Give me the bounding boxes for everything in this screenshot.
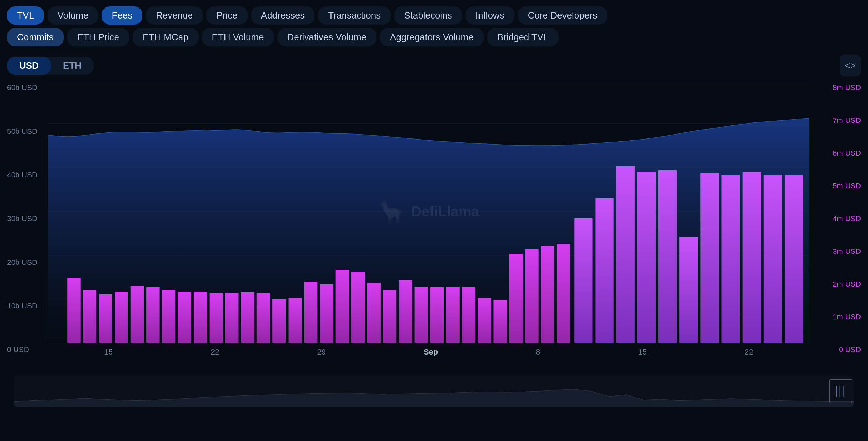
nav-eth-mcap[interactable]: ETH MCap — [133, 28, 199, 46]
nav-fees[interactable]: Fees — [102, 6, 142, 25]
svg-rect-7 — [67, 278, 80, 343]
x-label-15: 15 — [104, 347, 112, 357]
y-left-50: 50b USD — [7, 127, 46, 136]
svg-rect-13 — [162, 290, 175, 343]
svg-rect-39 — [574, 218, 592, 343]
svg-rect-32 — [462, 287, 475, 343]
x-label-29: 29 — [317, 347, 326, 357]
nav-price[interactable]: Price — [206, 6, 247, 25]
y-axis-right: 0 USD 1m USD 2m USD 3m USD 4m USD 5m USD… — [815, 80, 861, 357]
svg-rect-17 — [225, 293, 238, 343]
nav-bridged-tvl[interactable]: Bridged TVL — [487, 28, 559, 46]
y-left-30: 30b USD — [7, 214, 46, 223]
svg-rect-25 — [351, 272, 365, 343]
svg-rect-29 — [415, 287, 428, 343]
svg-rect-9 — [99, 294, 112, 343]
svg-rect-24 — [336, 270, 349, 343]
minimap-svg — [14, 375, 854, 407]
y-right-6m: 6m USD — [815, 149, 861, 157]
chart-area: 0 USD 10b USD 20b USD 30b USD 40b USD 50… — [0, 80, 868, 372]
svg-rect-12 — [146, 287, 159, 343]
nav-addresses[interactable]: Addresses — [251, 6, 315, 25]
svg-rect-50 — [829, 379, 852, 403]
svg-rect-45 — [700, 173, 719, 343]
nav-core-developers[interactable]: Core Developers — [518, 6, 607, 25]
svg-rect-16 — [210, 293, 223, 343]
nav-inflows[interactable]: Inflows — [466, 6, 514, 25]
x-label-sep: Sep — [424, 347, 438, 357]
embed-button[interactable]: <> — [840, 55, 861, 76]
svg-rect-41 — [616, 166, 635, 343]
y-right-2m: 2m USD — [815, 280, 861, 288]
y-right-1m: 1m USD — [815, 313, 861, 321]
y-right-7m: 7m USD — [815, 116, 861, 125]
svg-rect-27 — [383, 290, 396, 343]
svg-rect-11 — [131, 286, 144, 343]
y-left-40: 40b USD — [7, 170, 46, 179]
svg-rect-43 — [658, 170, 677, 343]
x-label-8: 8 — [536, 347, 540, 357]
chart-inner: 🦙 DefiLlama — [48, 80, 809, 343]
nav-volume[interactable]: Volume — [48, 6, 99, 25]
scrollbar-area[interactable] — [14, 375, 854, 407]
svg-rect-22 — [304, 282, 317, 343]
y-right-4m: 4m USD — [815, 214, 861, 223]
y-left-20: 20b USD — [7, 258, 46, 267]
svg-rect-18 — [241, 292, 254, 343]
svg-rect-14 — [178, 292, 191, 343]
svg-rect-20 — [272, 299, 286, 343]
svg-rect-28 — [399, 280, 412, 343]
nav-row2: Commits ETH Price ETH MCap ETH Volume De… — [0, 28, 868, 51]
y-right-0: 0 USD — [815, 345, 861, 354]
currency-usd[interactable]: USD — [7, 57, 51, 75]
main-chart-svg — [48, 80, 809, 343]
svg-rect-23 — [320, 284, 333, 343]
svg-rect-19 — [257, 293, 270, 343]
svg-rect-49 — [785, 175, 803, 343]
svg-rect-26 — [367, 283, 380, 343]
x-label-15b: 15 — [638, 347, 646, 357]
svg-rect-37 — [541, 246, 554, 343]
y-left-0: 0 USD — [7, 345, 46, 354]
nav-stablecoins[interactable]: Stablecoins — [394, 6, 462, 25]
nav-commits[interactable]: Commits — [7, 28, 64, 46]
svg-rect-10 — [115, 292, 128, 343]
nav-eth-volume[interactable]: ETH Volume — [202, 28, 274, 46]
svg-rect-38 — [557, 244, 570, 343]
nav-revenue[interactable]: Revenue — [146, 6, 203, 25]
chart-container: 0 USD 10b USD 20b USD 30b USD 40b USD 50… — [7, 80, 861, 357]
y-right-3m: 3m USD — [815, 247, 861, 256]
svg-rect-8 — [83, 290, 96, 343]
svg-rect-46 — [721, 175, 740, 343]
svg-rect-35 — [509, 254, 523, 343]
currency-toggle: USD ETH — [7, 57, 94, 75]
nav-eth-price[interactable]: ETH Price — [67, 28, 129, 46]
svg-rect-42 — [637, 172, 656, 343]
svg-rect-31 — [446, 287, 459, 343]
nav-aggregators-volume[interactable]: Aggregators Volume — [380, 28, 484, 46]
svg-rect-30 — [430, 287, 444, 343]
x-label-22b: 22 — [745, 347, 753, 357]
y-right-8m: 8m USD — [815, 83, 861, 92]
svg-rect-33 — [478, 298, 491, 343]
y-axis-left: 0 USD 10b USD 20b USD 30b USD 40b USD 50… — [7, 80, 46, 357]
svg-rect-15 — [194, 292, 207, 343]
svg-rect-44 — [679, 237, 698, 343]
y-left-60: 60b USD — [7, 83, 46, 92]
svg-rect-40 — [595, 198, 613, 343]
svg-rect-47 — [743, 172, 761, 343]
svg-rect-21 — [289, 298, 302, 343]
nav-derivatives-volume[interactable]: Derivatives Volume — [277, 28, 377, 46]
svg-rect-36 — [525, 249, 538, 343]
currency-eth[interactable]: ETH — [51, 57, 94, 75]
svg-rect-48 — [764, 175, 782, 343]
y-left-10: 10b USD — [7, 301, 46, 310]
y-right-5m: 5m USD — [815, 182, 861, 190]
nav-tvl[interactable]: TVL — [7, 6, 44, 25]
embed-icon: <> — [845, 60, 856, 71]
svg-rect-34 — [493, 300, 507, 343]
x-label-22: 22 — [211, 347, 219, 357]
currency-row: USD ETH <> — [0, 51, 868, 80]
nav-transactions[interactable]: Transactions — [318, 6, 391, 25]
nav-row1: TVL Volume Fees Revenue Price Addresses … — [0, 0, 868, 28]
